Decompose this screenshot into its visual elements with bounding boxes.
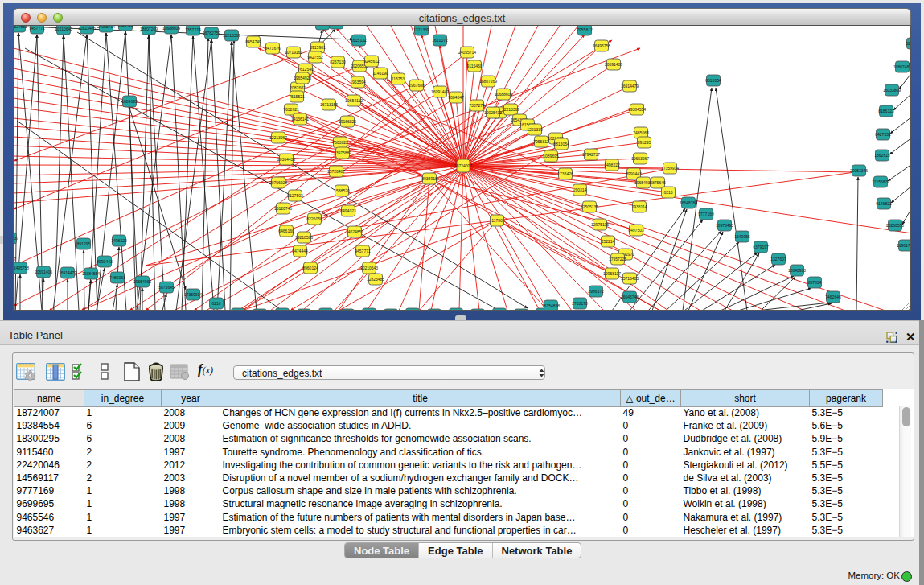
svg-text:18807269: 18807269 [140,27,158,31]
svg-text:2087682: 2087682 [290,85,306,90]
svg-text:8427552: 8427552 [875,132,891,137]
svg-text:1621072: 1621072 [432,38,448,43]
svg-text:9777169: 9777169 [698,212,714,216]
svg-text:8471676: 8471676 [265,46,281,51]
svg-text:16120746: 16120746 [274,206,292,211]
svg-text:10653267: 10653267 [631,156,649,161]
svg-text:12823485: 12823485 [367,277,384,282]
svg-text:8813054: 8813054 [705,78,721,83]
svg-text:891295: 891295 [77,241,91,246]
svg-text:8226058: 8226058 [306,216,322,221]
svg-text:1221339: 1221339 [527,127,543,132]
svg-text:12213369: 12213369 [223,33,240,38]
svg-text:9146821: 9146821 [876,201,892,206]
svg-text:1362615: 1362615 [874,153,890,158]
svg-text:24055714: 24055714 [458,50,476,55]
svg-text:891295: 891295 [638,140,651,145]
svg-text:17957225: 17957225 [609,257,626,262]
svg-text:19166825: 19166825 [339,119,356,124]
svg-text:7955812: 7955812 [577,27,593,32]
svg-text:1221339: 1221339 [413,27,429,32]
svg-text:10719161: 10719161 [285,50,302,55]
svg-text:6216: 6216 [211,301,220,306]
svg-text:10025433: 10025433 [314,26,331,27]
svg-text:2986372: 2986372 [588,289,604,294]
svg-text:8186323: 8186323 [878,109,894,113]
svg-text:252214: 252214 [602,239,615,244]
svg-text:19654935: 19654935 [133,279,151,284]
svg-text:19654923: 19654923 [294,76,311,80]
svg-text:11700: 11700 [491,218,503,223]
svg-text:6379197: 6379197 [753,245,769,249]
svg-text:14136141: 14136141 [291,117,309,122]
svg-text:10973493: 10973493 [716,223,733,228]
svg-text:10210643: 10210643 [55,27,72,31]
svg-text:10807487: 10807487 [893,64,911,69]
svg-text:20364436: 20364436 [277,157,295,162]
svg-text:12975115: 12975115 [591,222,609,227]
svg-text:7357274: 7357274 [185,27,201,32]
svg-text:18807269: 18807269 [479,79,497,84]
svg-text:19218506: 19218506 [295,235,313,240]
svg-text:25260550: 25260550 [886,223,904,228]
svg-text:17942737: 17942737 [582,152,600,157]
svg-text:17942737: 17942737 [14,236,18,241]
svg-text:8813054: 8813054 [553,142,569,146]
svg-text:1498222: 1498222 [111,238,127,243]
svg-text:9115460: 9115460 [117,26,133,27]
svg-text:7485063: 7485063 [109,275,125,280]
svg-text:10654112: 10654112 [345,98,363,103]
svg-text:7515521: 7515521 [289,94,305,99]
svg-text:20691406: 20691406 [605,62,622,67]
svg-text:2718170: 2718170 [572,301,588,306]
svg-text:1498222: 1498222 [604,163,620,167]
svg-text:15720407: 15720407 [327,169,345,174]
svg-text:7462646: 7462646 [825,295,841,299]
svg-text:7612540: 7612540 [298,67,314,72]
svg-text:1145190: 1145190 [372,71,388,76]
svg-text:19384554: 19384554 [82,271,100,276]
svg-text:9457771: 9457771 [355,249,371,253]
svg-text:1640955: 1640955 [734,234,750,239]
svg-text:12213369: 12213369 [502,107,519,112]
svg-text:6466160: 6466160 [278,229,294,233]
svg-text:24055714: 24055714 [97,26,115,29]
svg-text:16091447: 16091447 [431,89,449,94]
svg-text:290314: 290314 [573,187,587,192]
svg-text:2933114: 2933114 [631,204,647,209]
svg-text:14524851: 14524851 [14,26,27,29]
svg-text:8990443: 8990443 [626,171,642,176]
svg-text:18640910: 18640910 [788,268,806,273]
svg-text:10958117: 10958117 [603,271,621,276]
svg-text:1615132: 1615132 [351,38,367,43]
svg-text:8990443: 8990443 [97,259,113,264]
svg-text:1953594: 1953594 [350,80,366,84]
svg-text:6494023: 6494023 [340,208,356,213]
svg-text:15716485: 15716485 [621,276,639,281]
svg-text:16495758: 16495758 [14,266,29,270]
svg-text:1588520: 1588520 [334,188,350,193]
svg-text:3215958: 3215958 [906,41,911,46]
svg-text:16154838: 16154838 [542,303,560,308]
svg-text:2967608: 2967608 [409,83,425,88]
svg-text:17359914: 17359914 [184,292,202,297]
svg-text:12505135: 12505135 [581,204,598,209]
svg-text:17359914: 17359914 [661,166,679,171]
svg-text:9474444: 9474444 [292,249,308,253]
svg-text:16713155: 16713155 [320,102,338,107]
svg-text:16033809: 16033809 [883,88,901,93]
svg-text:5875645: 5875645 [158,285,175,290]
svg-text:16648784: 16648784 [680,200,697,205]
svg-text:16914479: 16914479 [59,270,76,275]
svg-text:10025433: 10025433 [484,110,502,115]
svg-text:6216: 6216 [663,190,672,195]
svg-text:10688609: 10688609 [162,26,180,31]
svg-text:9084047: 9084047 [448,95,464,100]
svg-text:887834: 887834 [808,280,822,285]
svg-text:1089695: 1089695 [121,99,138,104]
svg-text:7357274: 7357274 [469,103,485,108]
svg-text:5875645: 5875645 [650,180,666,185]
svg-text:10653267: 10653267 [14,257,16,262]
svg-text:12823485: 12823485 [78,26,96,31]
svg-text:14524851: 14524851 [346,229,363,234]
